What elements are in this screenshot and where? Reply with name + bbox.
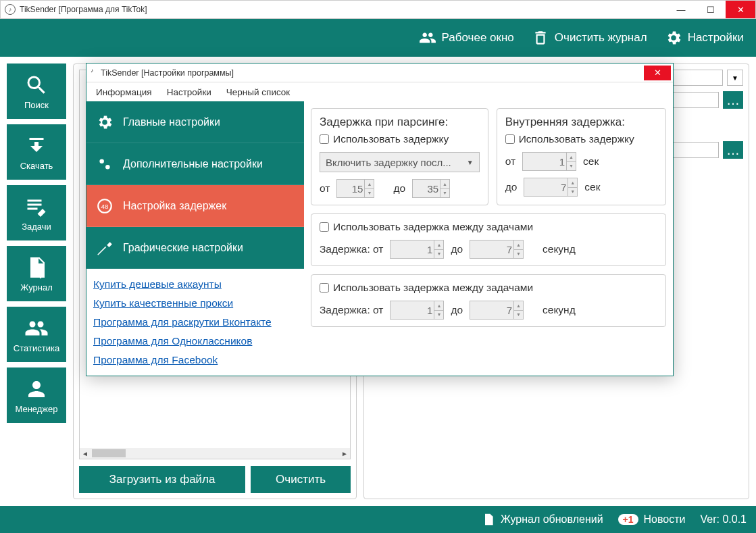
maximize-button[interactable]: ☐ [696, 1, 726, 18]
parse-to-spinner[interactable]: ▲▼ [412, 179, 450, 198]
inner-from-spinner[interactable]: ▲▼ [522, 152, 576, 171]
scroll-left-arrow[interactable]: ◄ [80, 450, 91, 457]
trash-icon [532, 29, 549, 47]
tasks2-to-spinner[interactable]: ▲▼ [470, 301, 524, 320]
inner-delay-box: Внутренняя задержка: Использовать задерж… [497, 108, 666, 205]
tab-delay-settings[interactable]: 48 Настройка задержек [86, 185, 304, 227]
dialog-links: Купить дешевые аккаунты Купить качествен… [86, 269, 304, 376]
changelog-label: Журнал обновлений [501, 513, 603, 526]
tasks-icon [24, 195, 49, 219]
stats-icon [24, 316, 49, 340]
sidebar-search-label: Поиск [24, 100, 49, 110]
right-browse-1[interactable]: … [723, 91, 743, 109]
tab-main-settings[interactable]: Главные настройки [86, 101, 304, 143]
sidebar-download[interactable]: Скачать [7, 124, 66, 180]
dialog-titlebar: ♪ TikSender [Настройки программы] ✕ [86, 64, 673, 82]
minimize-button[interactable]: — [666, 1, 696, 18]
dialog-title: TikSender [Настройки программы] [101, 68, 644, 78]
dialog-close-button[interactable]: ✕ [644, 66, 671, 80]
search-icon [24, 73, 49, 97]
header: Рабочее окно Очистить журнал Настройки [0, 19, 756, 57]
tasks2-from-spinner[interactable]: ▲▼ [390, 301, 444, 320]
horizontal-scrollbar[interactable]: ◄ ► [80, 448, 350, 459]
settings-button[interactable]: Настройки [665, 29, 744, 47]
right-select-1-drop[interactable]: ▼ [727, 70, 743, 86]
dialog-main: Задержка при парсинге: Использовать заде… [304, 101, 673, 376]
settings-label: Настройки [688, 31, 744, 45]
tab-extra-settings[interactable]: Дополнительные настройки [86, 143, 304, 185]
timer-icon: 48 [96, 197, 114, 215]
workspace-label: Рабочее окно [442, 31, 514, 45]
parse-delay-checkbox[interactable]: Использовать задержку [320, 133, 480, 145]
changelog-button[interactable]: Журнал обновлений [482, 513, 603, 526]
settings-dialog: ♪ TikSender [Настройки программы] ✕ Инфо… [86, 63, 674, 376]
clear-button[interactable]: Очистить [251, 466, 351, 493]
news-label: Новости [644, 513, 686, 526]
svg-text:48: 48 [101, 203, 109, 210]
sidebar-download-label: Скачать [20, 161, 53, 171]
link-odnoklassniki[interactable]: Программа для Одноклассников [93, 335, 297, 347]
right-browse-2[interactable]: … [723, 141, 743, 159]
tab-graphics-settings[interactable]: Графические настройки [86, 227, 304, 269]
titlebar: ♪ TikSender [Программа для TikTok] — ☐ ✕ [0, 0, 756, 19]
sidebar-tasks[interactable]: Задачи [7, 185, 66, 240]
dialog-app-icon: ♪ [91, 68, 101, 78]
sidebar: Поиск Скачать Задачи Журнал Статистика М… [7, 64, 66, 499]
parse-delay-select[interactable]: Включить задержку посл...▼ [320, 152, 480, 172]
link-vkontakte[interactable]: Программа для раскрутки Вконтакте [93, 316, 297, 328]
menu-settings[interactable]: Настройки [167, 87, 211, 97]
window-title: TikSender [Программа для TikTok] [20, 5, 666, 14]
tasks-delay-1-checkbox[interactable]: Использовать задержка между задачами [320, 221, 657, 233]
download-icon [24, 134, 49, 158]
document-icon [482, 513, 495, 526]
inner-to-spinner[interactable]: ▲▼ [524, 178, 578, 197]
wrench-icon [96, 239, 114, 257]
inner-delay-checkbox[interactable]: Использовать задержку [505, 133, 657, 145]
scroll-thumb[interactable] [92, 449, 126, 457]
sidebar-log[interactable]: Журнал [7, 246, 66, 301]
dialog-menu: Информация Настройки Черный список [86, 82, 673, 101]
log-icon [24, 255, 49, 280]
footer: Журнал обновлений +1 Новости Ver: 0.0.1 [0, 506, 756, 533]
parse-delay-title: Задержка при парсинге: [320, 116, 480, 129]
tasks-delay-box-2: Использовать задержка между задачами Зад… [311, 274, 666, 327]
parse-from-spinner[interactable]: ▲▼ [336, 179, 374, 198]
gear-icon [96, 113, 114, 131]
app-icon: ♪ [5, 4, 16, 15]
tasks1-to-spinner[interactable]: ▲▼ [470, 240, 524, 259]
dialog-sidebar: Главные настройки Дополнительные настрой… [86, 101, 304, 376]
menu-blacklist[interactable]: Черный список [226, 87, 290, 97]
sidebar-manager-label: Менеджер [15, 404, 57, 414]
tasks1-from-spinner[interactable]: ▲▼ [390, 240, 444, 259]
version-label: Ver: 0.0.1 [701, 513, 747, 526]
workspace-button[interactable]: Рабочее окно [419, 29, 514, 47]
gear-icon [665, 29, 682, 47]
inner-delay-title: Внутренняя задержка: [505, 116, 657, 129]
link-buy-proxies[interactable]: Купить качественные прокси [93, 297, 297, 309]
parse-delay-box: Задержка при парсинге: Использовать заде… [311, 108, 488, 205]
sidebar-tasks-label: Задачи [22, 222, 51, 232]
gears-icon [96, 155, 114, 173]
svg-point-0 [99, 159, 104, 163]
menu-info[interactable]: Информация [96, 87, 152, 97]
sidebar-log-label: Журнал [20, 282, 52, 293]
tasks-delay-2-checkbox[interactable]: Использовать задержка между задачами [320, 282, 657, 294]
news-button[interactable]: +1 Новости [618, 513, 686, 526]
svg-point-1 [105, 165, 110, 170]
sidebar-manager[interactable]: Менеджер [7, 367, 66, 423]
sidebar-search[interactable]: Поиск [7, 64, 66, 119]
news-badge: +1 [618, 514, 638, 525]
clear-log-button[interactable]: Очистить журнал [532, 29, 647, 47]
load-file-button[interactable]: Загрузить из файла [79, 466, 245, 493]
close-button[interactable]: ✕ [726, 1, 755, 18]
clear-log-label: Очистить журнал [555, 31, 647, 45]
sidebar-stats[interactable]: Статистика [7, 307, 66, 362]
sidebar-stats-label: Статистика [14, 343, 59, 353]
scroll-right-arrow[interactable]: ► [339, 450, 350, 457]
manager-icon [24, 377, 49, 401]
tasks-delay-box-1: Использовать задержка между задачами Зад… [311, 213, 666, 266]
link-facebook[interactable]: Программа для Facebook [93, 354, 297, 366]
link-buy-accounts[interactable]: Купить дешевые аккаунты [93, 278, 297, 290]
users-icon [419, 29, 436, 47]
chevron-down-icon: ▼ [467, 159, 474, 166]
